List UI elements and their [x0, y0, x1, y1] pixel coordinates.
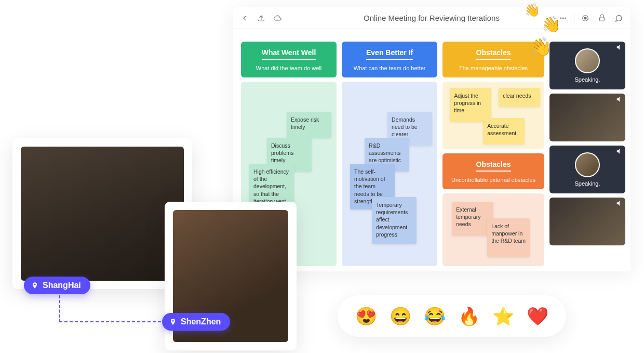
pin-icon — [31, 282, 38, 289]
svg-point-1 — [560, 17, 561, 18]
sticky-note[interactable]: Adjust the progress in time — [450, 88, 491, 122]
video-tile[interactable]: Speaking. — [549, 42, 625, 89]
location-connector — [59, 295, 161, 322]
reaction-heart-eyes[interactable]: 😍 — [355, 307, 377, 325]
column-header: Even Better If What can the team do bett… — [342, 42, 437, 77]
video-participants-pane: Speaking. Speaking. — [549, 42, 625, 266]
column-title: Even Better If — [366, 48, 413, 63]
share-icon[interactable] — [256, 12, 267, 24]
video-tile[interactable] — [549, 94, 625, 141]
audio-icon — [616, 96, 623, 103]
audio-icon — [616, 200, 623, 207]
video-tile[interactable]: Speaking. — [549, 146, 625, 193]
team-photo — [21, 147, 184, 281]
reaction-star[interactable]: ⭐ — [492, 307, 514, 325]
reaction-fire[interactable]: 🔥 — [458, 307, 480, 325]
sticky-note[interactable]: Lack of manpower in the R&D team — [487, 218, 530, 257]
reaction-grin[interactable]: 😄 — [390, 307, 411, 325]
speaking-label: Speaking. — [575, 76, 600, 83]
wave-emoji-icon: 👋 — [524, 2, 541, 19]
column-subtitle: Uncontrollable external obstacles — [448, 177, 539, 183]
sticky-note[interactable]: clear needs — [499, 88, 540, 107]
location-label: ShangHai — [43, 281, 81, 290]
sticky-note[interactable]: Accurate assessment — [483, 118, 525, 144]
audio-icon — [616, 148, 623, 155]
column-subtitle: What can the team do better — [347, 65, 432, 71]
column-body[interactable]: Demands need to be clearer R&D assessmen… — [342, 82, 437, 266]
chat-icon[interactable] — [613, 12, 624, 24]
reaction-bar: 😍 😄 😂 🔥 ⭐ ❤️ — [338, 295, 566, 337]
sticky-note[interactable]: Expose risk timely — [287, 112, 331, 138]
avatar — [575, 48, 600, 73]
column-title: What Went Well — [262, 48, 316, 63]
titlebar: Online Meeting for Reviewing Iterations — [233, 7, 630, 29]
column-title: Obstacles — [476, 160, 511, 175]
svg-point-2 — [562, 17, 564, 18]
location-pill-shenzhen[interactable]: ShenZhen — [162, 313, 230, 331]
back-icon[interactable] — [239, 12, 250, 24]
pin-icon — [169, 318, 177, 325]
video-tile[interactable] — [549, 198, 625, 245]
record-icon[interactable] — [580, 12, 591, 24]
column-title: Obstacles — [476, 48, 511, 63]
column-header: Obstacles The manageable obstacles — [442, 42, 544, 77]
column-subtitle: The manageable obstacles — [448, 65, 539, 71]
avatar — [575, 152, 600, 177]
column-obstacles: Obstacles The manageable obstacles Adjus… — [442, 42, 544, 266]
reaction-joy[interactable]: 😂 — [424, 307, 446, 325]
column-body[interactable]: Adjust the progress in time clear needs … — [442, 82, 544, 149]
column-even-better: Even Better If What can the team do bett… — [342, 42, 437, 266]
wave-emoji-icon: 👋 — [528, 35, 553, 58]
location-label: ShenZhen — [181, 317, 221, 326]
svg-point-5 — [584, 17, 586, 19]
column-body[interactable]: External temporary needs Lack of manpowe… — [442, 193, 544, 266]
column-header: What Went Well What did the team do well — [241, 42, 337, 77]
svg-point-3 — [565, 17, 566, 18]
cloud-sync-icon[interactable] — [272, 12, 284, 24]
column-header: Obstacles Uncontrollable external obstac… — [442, 153, 544, 189]
audio-icon — [616, 44, 623, 51]
speaking-label: Speaking. — [575, 180, 600, 187]
reactions-icon[interactable] — [596, 12, 608, 24]
column-subtitle: What did the team do well — [246, 65, 331, 71]
wave-emoji-icon: 👋 — [540, 15, 562, 35]
reaction-heart[interactable]: ❤️ — [527, 307, 548, 325]
location-pill-shanghai[interactable]: ShangHai — [24, 277, 90, 294]
sticky-note[interactable]: Temporary requirements affect developmen… — [372, 197, 417, 244]
